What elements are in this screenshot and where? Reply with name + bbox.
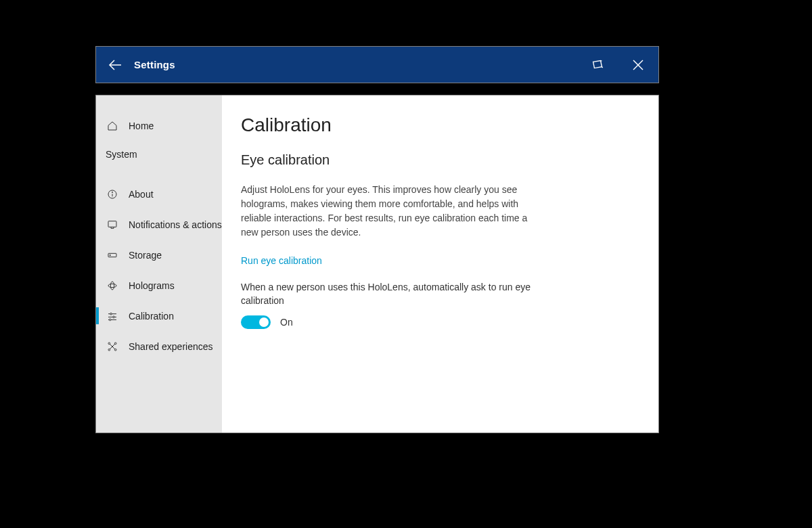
svg-point-21 (108, 343, 110, 345)
sidebar-item-label: System (106, 149, 137, 160)
sidebar-item-label: Home (129, 120, 154, 131)
auto-calibration-toggle-row: On (241, 315, 638, 329)
sidebar-item-label: Storage (129, 250, 162, 261)
app-title: Settings (134, 59, 175, 70)
svg-line-2 (601, 60, 603, 61)
notifications-icon (106, 218, 119, 232)
window-icon (590, 58, 605, 72)
svg-point-16 (113, 316, 115, 318)
svg-point-7 (112, 192, 112, 192)
svg-point-18 (109, 319, 111, 321)
storage-icon (106, 248, 119, 262)
svg-point-10 (110, 255, 110, 255)
svg-rect-8 (108, 221, 116, 227)
auto-calibration-toggle[interactable] (241, 315, 271, 329)
svg-point-14 (110, 313, 112, 315)
sidebar-item-home[interactable]: Home (96, 110, 222, 141)
sidebar-category-system[interactable]: System (96, 141, 222, 168)
sidebar-item-storage[interactable]: Storage (96, 240, 222, 270)
sidebar-item-notifications[interactable]: Notifications & actions (96, 209, 222, 240)
sidebar-item-label: About (129, 189, 154, 200)
arrow-left-icon (107, 57, 123, 73)
content-pane: Calibration Eye calibration Adjust HoloL… (222, 95, 658, 433)
svg-line-1 (602, 66, 603, 68)
sidebar-item-holograms[interactable]: Holograms (96, 270, 222, 301)
svg-point-11 (108, 284, 116, 287)
sidebar-item-label: Shared experiences (129, 341, 213, 352)
sidebar-item-label: Holograms (129, 280, 175, 291)
svg-point-22 (114, 343, 116, 345)
sidebar-item-label: Calibration (129, 311, 174, 322)
close-button[interactable] (618, 47, 658, 83)
settings-window: Home System About (95, 95, 659, 433)
sidebar-item-shared-experiences[interactable]: Shared experiences (96, 331, 222, 361)
sidebar-item-label: Notifications & actions (129, 219, 222, 230)
svg-point-24 (114, 349, 116, 351)
section-heading: Eye calibration (241, 152, 638, 168)
svg-point-12 (110, 282, 114, 290)
home-icon (106, 119, 119, 133)
sidebar: Home System About (96, 95, 222, 433)
run-calibration-link[interactable]: Run eye calibration (241, 255, 322, 266)
back-button[interactable] (96, 47, 134, 83)
holograms-icon (106, 279, 119, 292)
svg-point-23 (108, 349, 110, 351)
section-description: Adjust HoloLens for your eyes. This impr… (241, 183, 532, 240)
toggle-state-label: On (280, 317, 293, 328)
info-icon (106, 188, 119, 201)
sidebar-item-about[interactable]: About (96, 179, 222, 209)
titlebar: Settings (95, 46, 659, 83)
page-heading: Calibration (241, 114, 638, 136)
sidebar-item-calibration[interactable]: Calibration (96, 301, 222, 331)
toggle-description: When a new person uses this HoloLens, au… (241, 281, 532, 307)
close-icon (632, 59, 644, 71)
shared-icon (106, 340, 119, 353)
calibration-icon (106, 309, 119, 323)
follow-button[interactable] (577, 47, 618, 83)
